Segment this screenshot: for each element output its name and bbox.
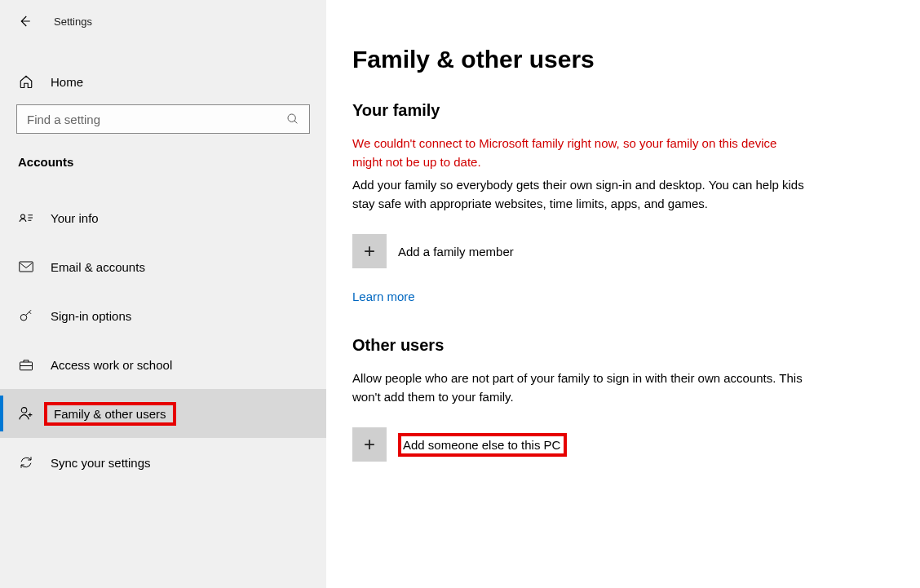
person-card-icon bbox=[18, 210, 34, 226]
svg-point-5 bbox=[21, 408, 27, 413]
highlight-annotation: Add someone else to this PC bbox=[398, 433, 567, 457]
nav-label: Email & accounts bbox=[51, 260, 145, 274]
key-icon bbox=[18, 307, 34, 324]
add-someone-else-button[interactable]: + Add someone else to this PC bbox=[352, 427, 887, 462]
plus-icon: + bbox=[352, 234, 387, 268]
home-button[interactable]: Home bbox=[0, 64, 326, 99]
family-description: Add your family so everybody gets their … bbox=[352, 176, 809, 213]
sidebar-item-your-info[interactable]: Your info bbox=[0, 193, 326, 242]
learn-more-link[interactable]: Learn more bbox=[352, 290, 415, 303]
search-input[interactable] bbox=[25, 112, 285, 127]
svg-point-0 bbox=[288, 114, 295, 122]
nav-label: Access work or school bbox=[51, 358, 172, 372]
other-users-description: Allow people who are not part of your fa… bbox=[352, 369, 809, 406]
sidebar-item-family-other-users[interactable]: Family & other users bbox=[0, 389, 326, 438]
sidebar-item-email-accounts[interactable]: Email & accounts bbox=[0, 242, 326, 291]
sidebar-item-signin-options[interactable]: Sign-in options bbox=[0, 291, 326, 340]
svg-rect-2 bbox=[20, 262, 33, 272]
section-your-family-heading: Your family bbox=[352, 101, 887, 120]
sidebar-item-sync-settings[interactable]: Sync your settings bbox=[0, 438, 326, 487]
sync-icon bbox=[18, 454, 34, 471]
app-title: Settings bbox=[54, 15, 92, 28]
nav-label: Your info bbox=[51, 211, 99, 225]
main-content: Family & other users Your family We coul… bbox=[326, 0, 920, 588]
svg-point-1 bbox=[21, 214, 25, 219]
person-plus-icon bbox=[18, 405, 34, 422]
nav-label: Family & other users bbox=[54, 407, 166, 421]
home-icon bbox=[18, 73, 34, 90]
briefcase-icon bbox=[18, 356, 34, 373]
add-family-label: Add a family member bbox=[398, 245, 514, 259]
section-other-users-heading: Other users bbox=[352, 336, 887, 355]
nav-label: Sign-in options bbox=[51, 309, 131, 323]
header-row: Settings bbox=[0, 7, 326, 39]
search-box[interactable] bbox=[16, 104, 310, 134]
add-someone-label: Add someone else to this PC bbox=[403, 438, 560, 452]
nav-label: Sync your settings bbox=[51, 456, 151, 470]
page-title: Family & other users bbox=[352, 46, 887, 73]
sidebar: Settings Home Accounts Your info Email &… bbox=[0, 0, 326, 588]
sidebar-item-access-work-school[interactable]: Access work or school bbox=[0, 340, 326, 389]
back-button[interactable] bbox=[15, 11, 34, 31]
add-family-member-button[interactable]: + Add a family member bbox=[352, 234, 887, 268]
email-icon bbox=[18, 259, 34, 275]
plus-icon: + bbox=[352, 427, 387, 462]
svg-point-3 bbox=[20, 315, 27, 321]
home-label: Home bbox=[51, 75, 83, 89]
highlight-annotation: Family & other users bbox=[44, 402, 176, 426]
search-icon bbox=[285, 111, 301, 127]
family-error-text: We couldn't connect to Microsoft family … bbox=[352, 135, 809, 171]
arrow-left-icon bbox=[16, 13, 33, 29]
category-heading: Accounts bbox=[0, 148, 326, 183]
